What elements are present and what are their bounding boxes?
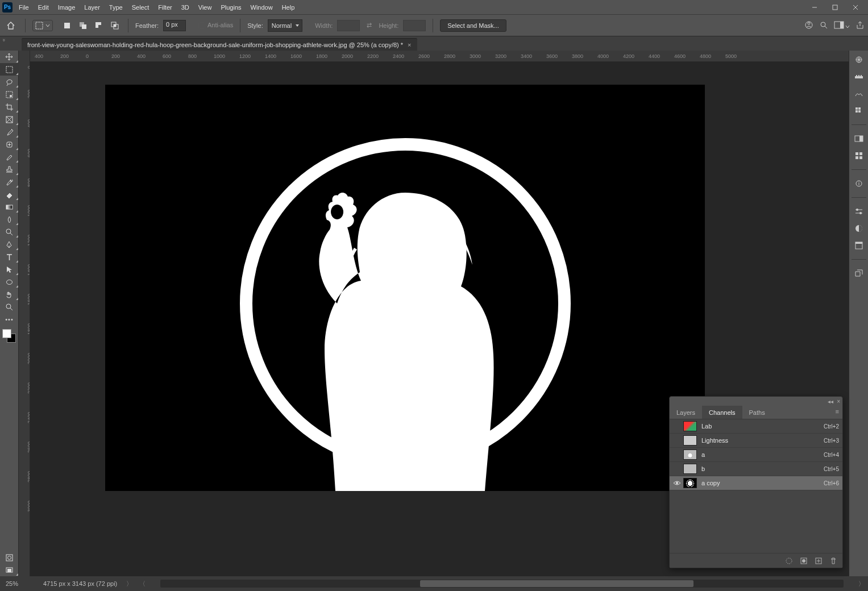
load-selection-icon[interactable] <box>784 556 794 565</box>
intersect-selection-icon[interactable] <box>109 19 121 32</box>
panel-menu-icon[interactable]: ≡ <box>832 406 842 419</box>
layers-shortcut-icon[interactable] <box>852 268 866 279</box>
mask-panel-icon[interactable] <box>852 223 866 234</box>
toolbar-expander-icon[interactable]: » <box>1 39 7 41</box>
channel-row[interactable]: LabCtrl+2 <box>670 419 842 434</box>
select-and-mask-button[interactable]: Select and Mask... <box>440 19 506 32</box>
pen-tool[interactable] <box>0 238 19 251</box>
home-icon[interactable] <box>3 18 18 33</box>
blur-tool[interactable] <box>0 213 19 226</box>
menu-type[interactable]: Type <box>105 2 127 13</box>
zoom-tool[interactable] <box>0 301 19 313</box>
menu-3d[interactable]: 3D <box>177 2 193 13</box>
menu-file[interactable]: File <box>15 2 33 13</box>
screenmode-icon[interactable] <box>0 564 19 576</box>
document-dimensions[interactable]: 4715 px x 3143 px (72 ppi) <box>38 580 123 587</box>
channel-row[interactable]: a copyCtrl+6 <box>670 476 842 490</box>
history-brush-tool[interactable] <box>0 176 19 188</box>
quickmask-icon[interactable] <box>0 551 19 564</box>
add-selection-icon[interactable] <box>77 19 89 32</box>
menu-filter[interactable]: Filter <box>154 2 176 13</box>
vertical-ruler[interactable]: 0200400600800100012001400160018002000220… <box>19 51 30 576</box>
frame-tool[interactable] <box>0 113 19 126</box>
channel-thumbnail[interactable] <box>683 478 697 488</box>
channels-tab[interactable]: Channels <box>702 406 742 419</box>
status-scroll-right-icon[interactable]: 〉 <box>855 580 868 588</box>
panel-collapse-icon[interactable]: ◂◂ <box>828 398 833 405</box>
gradient-tool[interactable] <box>0 201 19 213</box>
libraries-panel-icon[interactable] <box>852 240 866 251</box>
document-tab[interactable]: front-view-young-saleswoman-holding-red-… <box>22 38 417 51</box>
paths-tab[interactable]: Paths <box>742 406 772 419</box>
move-tool[interactable] <box>0 51 19 63</box>
lasso-tool[interactable] <box>0 76 19 88</box>
maximize-button[interactable] <box>825 0 845 14</box>
quick-select-tool[interactable] <box>0 88 19 101</box>
path-select-tool[interactable] <box>0 263 19 276</box>
eyedropper-tool[interactable] <box>0 126 19 138</box>
delete-channel-icon[interactable] <box>829 556 838 565</box>
shape-tool[interactable] <box>0 276 19 288</box>
menu-layer[interactable]: Layer <box>80 2 104 13</box>
layers-tab[interactable]: Layers <box>670 406 702 419</box>
gradients-panel-icon[interactable] <box>852 88 866 99</box>
channel-thumbnail[interactable] <box>683 435 697 446</box>
style-select[interactable]: Normal <box>268 19 302 32</box>
channel-thumbnail[interactable] <box>683 464 697 474</box>
channel-row[interactable]: bCtrl+5 <box>670 462 842 476</box>
search-icon[interactable] <box>819 20 828 31</box>
dodge-tool[interactable] <box>0 226 19 238</box>
healing-tool[interactable] <box>0 138 19 151</box>
type-tool[interactable] <box>0 251 19 263</box>
menu-image[interactable]: Image <box>54 2 80 13</box>
close-button[interactable] <box>845 0 866 14</box>
menu-view[interactable]: View <box>194 2 216 13</box>
workspace-switcher-icon[interactable] <box>834 21 850 30</box>
brush-tool[interactable] <box>0 151 19 163</box>
adjustments-panel-icon[interactable] <box>852 133 866 144</box>
status-arrow-icon[interactable]: 〉 <box>123 580 136 588</box>
patterns-panel-icon[interactable] <box>852 105 866 116</box>
scrollbar-thumb[interactable] <box>420 580 693 587</box>
close-tab-icon[interactable]: × <box>408 41 411 48</box>
foreground-swatch[interactable] <box>2 329 11 338</box>
menu-plugins[interactable]: Plugins <box>217 2 245 13</box>
subtract-selection-icon[interactable] <box>93 19 105 32</box>
save-selection-icon[interactable] <box>799 556 808 565</box>
tool-preset-button[interactable] <box>32 20 53 31</box>
styles-panel-icon[interactable] <box>852 150 866 161</box>
menu-help[interactable]: Help <box>278 2 299 13</box>
antialias-checkbox[interactable]: Anti-alias <box>198 22 233 29</box>
visibility-eye-icon[interactable] <box>671 480 683 486</box>
channel-thumbnail[interactable] <box>683 450 697 460</box>
horizontal-ruler[interactable]: 4002000200400600800100012001400160018002… <box>30 51 849 62</box>
status-scroll-left-icon[interactable]: 〈 <box>136 580 149 588</box>
document-canvas[interactable] <box>105 85 705 491</box>
color-swatches[interactable] <box>0 329 18 346</box>
new-selection-icon[interactable] <box>61 19 73 32</box>
color-panel-icon[interactable] <box>852 54 866 65</box>
stamp-tool[interactable] <box>0 163 19 176</box>
cloud-icon[interactable] <box>804 20 813 31</box>
channel-row[interactable]: aCtrl+4 <box>670 448 842 462</box>
channel-thumbnail[interactable] <box>683 421 697 431</box>
menu-edit[interactable]: Edit <box>34 2 53 13</box>
edit-toolbar-icon[interactable]: ••• <box>0 313 19 326</box>
horizontal-scrollbar[interactable] <box>160 580 844 588</box>
eraser-tool[interactable] <box>0 188 19 201</box>
adjust-sliders-icon[interactable] <box>852 206 866 217</box>
share-icon[interactable] <box>855 20 865 31</box>
menu-select[interactable]: Select <box>128 2 153 13</box>
swatches-panel-icon[interactable] <box>852 71 866 82</box>
menu-window[interactable]: Window <box>247 2 277 13</box>
crop-tool[interactable] <box>0 101 19 113</box>
marquee-tool[interactable] <box>0 63 19 76</box>
panel-close-icon[interactable]: × <box>837 398 840 405</box>
minimize-button[interactable] <box>804 0 825 14</box>
zoom-level[interactable]: 25% <box>0 580 38 587</box>
new-channel-icon[interactable] <box>814 556 823 565</box>
properties-panel-icon[interactable]: i <box>852 178 866 189</box>
feather-input[interactable]: 0 px <box>163 20 186 31</box>
channel-row[interactable]: LightnessCtrl+3 <box>670 434 842 448</box>
hand-tool[interactable] <box>0 288 19 301</box>
